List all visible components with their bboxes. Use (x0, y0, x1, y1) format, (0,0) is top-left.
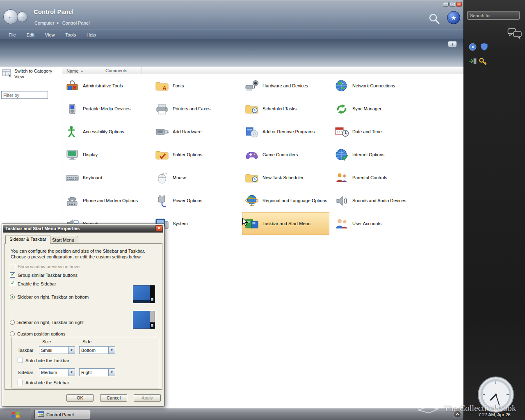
checkbox-label: Enable the Sidebar (18, 281, 56, 286)
cp-item-label: Internet Options (352, 152, 384, 157)
search-icon[interactable] (428, 13, 441, 27)
forward-button[interactable]: → (17, 11, 27, 22)
checkbox-icon[interactable] (18, 380, 23, 385)
maximize-button[interactable]: □ (450, 2, 455, 7)
taskbar-button-control-panel[interactable]: Control Panel (34, 410, 90, 419)
sidebar-size-select[interactable]: Medium ▼ (39, 368, 75, 376)
ok-button[interactable]: OK (66, 394, 94, 402)
start-button[interactable] (0, 409, 31, 420)
dialog-close-button[interactable]: × (155, 225, 162, 231)
taskbar-button-label: Control Panel (46, 412, 74, 417)
dialog-description: You can configure the position and size … (11, 248, 158, 260)
cp-item-administrative-tools[interactable]: Administrative Tools (62, 74, 150, 97)
checkbox-icon[interactable] (10, 264, 15, 269)
cp-item-sync-manager[interactable]: Sync Manager (332, 97, 419, 120)
taskbar: Control Panel (0, 408, 463, 420)
menu-file[interactable]: File (3, 31, 21, 39)
cp-item-internet-options[interactable]: Internet Options (332, 143, 419, 166)
back-button[interactable]: ← (3, 9, 18, 24)
cp-item-add-hardware[interactable]: Add Hardware (152, 120, 240, 143)
filter-input[interactable] (1, 91, 48, 99)
dropdown-arrow-icon[interactable]: ▼ (108, 347, 115, 354)
cd-icon[interactable] (469, 43, 477, 52)
cp-item-fonts[interactable]: AFonts (152, 74, 240, 97)
taskbar-side-select[interactable]: Bottom ▼ (79, 346, 115, 354)
cp-item-system[interactable]: System (152, 212, 240, 235)
cp-item-parental-controls[interactable]: Parental Controls (332, 166, 419, 189)
cp-item-display[interactable]: Display (62, 143, 150, 166)
key-icon[interactable] (479, 57, 487, 67)
cp-item-user-accounts[interactable]: User Accounts (332, 212, 419, 235)
cp-item-accessibility-options[interactable]: Accessibility Options (62, 120, 150, 143)
sidebar-side-select[interactable]: Right ▼ (79, 368, 115, 376)
radio-icon[interactable] (10, 331, 15, 336)
cp-item-scheduled-tasks[interactable]: Scheduled Tasks (242, 97, 329, 120)
menu-edit[interactable]: Edit (21, 31, 40, 39)
close-button[interactable]: × (456, 2, 462, 7)
checkbox-enable-sidebar[interactable]: Enable the Sidebar (10, 281, 56, 286)
checkbox-icon[interactable] (18, 358, 23, 363)
cp-item-folder-options[interactable]: Folder Options (152, 143, 240, 166)
checkbox-checked-icon[interactable] (10, 281, 15, 286)
breadcrumb-control-panel[interactable]: Control Panel (62, 21, 90, 25)
cp-item-date-and-time[interactable]: Date and Time (332, 120, 419, 143)
checkbox-autohide-sidebar[interactable]: Auto-hide the Sidebar (18, 380, 69, 385)
sidebar-search-input[interactable] (467, 11, 520, 20)
radio-sidebar-right-taskbar-bottom[interactable]: Sidebar on right, Taskbar on bottom (10, 294, 89, 299)
checkbox-show-window-preview[interactable]: Show window preview on hover (10, 264, 81, 269)
combo-value: Small (39, 348, 68, 353)
desktop: ← → Control Panel Computer ▶ Control Pan… (0, 0, 525, 420)
dropdown-arrow-icon[interactable]: ▼ (108, 369, 115, 376)
minimize-button[interactable]: – (443, 2, 449, 7)
radio-sidebar-right-taskbar-right[interactable]: Sidebar on right, Taskbar on right (10, 320, 84, 325)
radio-icon[interactable] (10, 320, 15, 325)
import-arrow-icon[interactable] (468, 57, 477, 66)
info-button[interactable]: i (448, 41, 457, 47)
cp-item-add-or-remove-programs[interactable]: Add or Remove Programs (242, 120, 329, 143)
breadcrumb-computer[interactable]: Computer (34, 21, 54, 25)
mouse-cursor-icon (242, 218, 248, 226)
favorites-button[interactable]: ★ (447, 11, 460, 24)
cp-item-taskbar-and-start-menu[interactable]: Taskbar and Start Menu (242, 212, 329, 235)
column-divider (141, 67, 142, 74)
cp-item-printers-and-faxes[interactable]: Printers and Faxes (152, 97, 240, 120)
cp-item-label: Regional and Language Options (262, 198, 327, 203)
column-header-comments[interactable]: Comments (101, 67, 141, 74)
dialog-titlebar[interactable]: Taskbar and Start Menu Properties × (3, 225, 163, 233)
cp-item-regional-and-language-options[interactable]: Regional and Language Options (242, 189, 329, 212)
menu-help[interactable]: Help (81, 31, 101, 39)
tab-sidebar-taskbar[interactable]: Sidebar & Taskbar (5, 235, 50, 244)
cp-item-phone-and-modem-options[interactable]: Phone and Modem Options (62, 189, 150, 212)
cp-item-portable-media-devices[interactable]: Portable Media Devices (62, 97, 150, 120)
cp-item-sounds-and-audio-devices[interactable]: Sounds and Audio Devices (332, 189, 419, 212)
checkbox-label: Auto-hide the Sidebar (25, 380, 69, 385)
menu-tools[interactable]: Tools (60, 31, 81, 39)
dropdown-arrow-icon[interactable]: ▼ (68, 347, 75, 354)
radio-custom-position[interactable]: Custom position options (10, 331, 65, 336)
checkbox-autohide-taskbar[interactable]: Auto-hide the Taskbar (18, 358, 69, 363)
cp-item-hardware-and-devices[interactable]: Hardware and Devices (242, 74, 329, 97)
cancel-button[interactable]: Cancel (100, 394, 127, 402)
menu-view[interactable]: View (40, 31, 60, 39)
cp-item-game-controllers[interactable]: Game Controllers (242, 143, 329, 166)
cp-item-new-task-scheduler[interactable]: New Task Scheduler (242, 166, 329, 189)
radio-selected-icon[interactable] (10, 294, 15, 299)
cp-item-mouse[interactable]: Mouse (152, 166, 240, 189)
radio-label: Sidebar on right, Taskbar on bottom (17, 294, 89, 299)
shield-icon[interactable] (480, 43, 488, 52)
cp-item-label: Add Hardware (173, 129, 201, 134)
cp-item-network-connections[interactable]: Network Connections (332, 74, 419, 97)
checkbox-group-taskbar-buttons[interactable]: Group similar Taskbar buttons (10, 272, 78, 278)
column-header-name[interactable]: Name (62, 67, 101, 74)
cp-item-keyboard[interactable]: Keyboard (62, 166, 150, 189)
tab-start-menu[interactable]: Start Menu (48, 236, 78, 244)
cp-item-power-options[interactable]: Power Options (152, 189, 240, 212)
dropdown-arrow-icon[interactable]: ▼ (68, 369, 75, 376)
taskbar-size-select[interactable]: Small ▼ (39, 346, 75, 354)
cp-item-label: Accessibility Options (83, 129, 124, 134)
messenger-chat-icon[interactable] (507, 28, 522, 41)
checkbox-checked-icon[interactable] (10, 272, 15, 278)
switch-category-view-link[interactable]: Switch to Category View (2, 68, 61, 80)
apply-button[interactable]: Apply (134, 394, 161, 402)
cp-item-label: Portable Media Devices (83, 106, 130, 111)
